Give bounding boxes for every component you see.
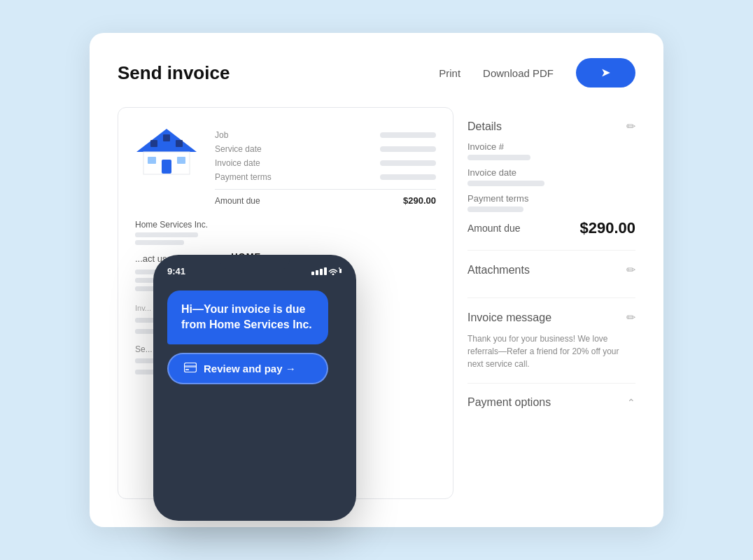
phone-signal-icons: [311, 267, 342, 276]
svg-rect-6: [148, 157, 156, 164]
invoice-message-title: Invoice message: [467, 312, 551, 324]
attachments-header: Attachments ✏: [467, 263, 635, 276]
job-label: Job: [215, 130, 228, 140]
amount-row: Amount due $290.00: [215, 189, 436, 206]
phone-notch: [220, 255, 290, 270]
service-date-value-bar: [380, 146, 436, 152]
payment-terms-label: Payment terms: [215, 172, 272, 182]
send-icon: ➤: [601, 66, 610, 78]
page-title: Send invoice: [118, 62, 230, 84]
svg-rect-18: [185, 369, 189, 370]
header-actions: Print Download PDF ➤: [439, 58, 635, 88]
job-value-bar: [380, 132, 436, 138]
attachments-title: Attachments: [467, 264, 530, 276]
svg-rect-10: [316, 270, 318, 275]
invoice-amount-label: Amount due: [215, 196, 260, 206]
credit-card-icon: [184, 363, 197, 374]
invoice-date-label: Invoice date: [215, 158, 260, 168]
message-bubble: Hi—Your invoice is due from Home Service…: [167, 290, 328, 344]
svg-rect-1: [150, 140, 157, 147]
invoice-preview: HOME HOME SERVICES Job Service date: [118, 107, 453, 499]
service-date-row: Service date: [215, 144, 436, 154]
details-header: Details ✏: [467, 120, 635, 133]
download-pdf-button[interactable]: Download PDF: [483, 67, 554, 79]
send-button[interactable]: ➤: [576, 58, 635, 88]
right-panel: Details ✏ Invoice # Invoice date Payment…: [467, 107, 635, 499]
svg-rect-2: [176, 140, 183, 147]
payment-terms-bar: [467, 206, 523, 212]
svg-rect-3: [163, 134, 170, 141]
svg-point-13: [332, 273, 335, 275]
address-bar-2: [135, 240, 184, 245]
company-name: Home Services Inc.: [135, 220, 436, 230]
invoice-logo-area: HOME HOME SERVICES Job Service date: [135, 127, 436, 206]
payment-terms-label: Payment terms: [467, 193, 635, 204]
payment-options-header[interactable]: Payment options ⌃: [467, 396, 635, 409]
payment-options-section: Payment options ⌃: [467, 384, 635, 430]
details-title: Details: [467, 120, 502, 133]
details-edit-icon[interactable]: ✏: [626, 120, 635, 133]
attachments-section: Attachments ✏: [467, 251, 635, 298]
svg-rect-7: [177, 157, 185, 164]
header: Send invoice Print Download PDF ➤: [118, 58, 635, 88]
svg-rect-5: [162, 160, 171, 174]
invoice-amount-value: $290.00: [403, 195, 436, 206]
details-section: Details ✏ Invoice # Invoice date Payment…: [467, 107, 635, 251]
amount-due-value: $290.00: [579, 219, 635, 237]
payment-terms-value-bar: [380, 174, 436, 180]
svg-rect-15: [339, 267, 340, 269]
address-bar-1: [135, 232, 198, 237]
invoice-date-value-bar: [380, 160, 436, 166]
amount-due-display: Amount due $290.00: [467, 219, 635, 237]
invoice-number-label: Invoice #: [467, 141, 635, 152]
phone-content: Hi—Your invoice is due from Home Service…: [163, 284, 346, 391]
invoice-number-bar: [467, 155, 530, 160]
print-button[interactable]: Print: [439, 67, 460, 79]
chevron-up-icon: ⌃: [627, 397, 635, 408]
payment-terms-field: Payment terms: [467, 193, 635, 212]
invoice-message-header: Invoice message ✏: [467, 311, 635, 324]
phone-time: 9:41: [167, 266, 185, 276]
body-area: HOME HOME SERVICES Job Service date: [118, 107, 635, 499]
payment-options-title: Payment options: [467, 396, 551, 409]
invoice-message-edit-icon[interactable]: ✏: [626, 311, 635, 324]
svg-rect-9: [311, 272, 314, 275]
company-logo: HOME: [135, 127, 198, 176]
invoice-date-field: Invoice date: [467, 167, 635, 186]
invoice-message-section: Invoice message ✏ Thank you for your bus…: [467, 298, 635, 384]
svg-rect-17: [185, 365, 197, 368]
payment-terms-row: Payment terms: [215, 172, 436, 182]
main-card: Send invoice Print Download PDF ➤: [90, 33, 663, 527]
review-and-pay-button[interactable]: Review and pay →: [167, 353, 328, 384]
amount-due-label: Amount due: [467, 223, 521, 234]
invoice-number-field: Invoice #: [467, 141, 635, 160]
review-pay-label: Review and pay →: [204, 363, 296, 374]
svg-rect-12: [324, 267, 327, 275]
invoice-date-bar: [467, 181, 544, 186]
invoice-date-label: Invoice date: [467, 167, 635, 178]
svg-rect-14: [339, 269, 342, 273]
attachments-edit-icon[interactable]: ✏: [626, 263, 635, 276]
service-date-label: Service date: [215, 144, 262, 154]
job-row: Job: [215, 130, 436, 140]
phone-mockup: 9:41: [153, 255, 356, 521]
invoice-date-row: Invoice date: [215, 158, 436, 168]
invoice-message-text: Thank you for your business! We love ref…: [467, 332, 635, 370]
svg-rect-11: [320, 269, 323, 275]
company-info: Home Services Inc.: [135, 220, 436, 245]
invoice-meta: Job Service date Invoice date Payment te…: [215, 130, 436, 206]
